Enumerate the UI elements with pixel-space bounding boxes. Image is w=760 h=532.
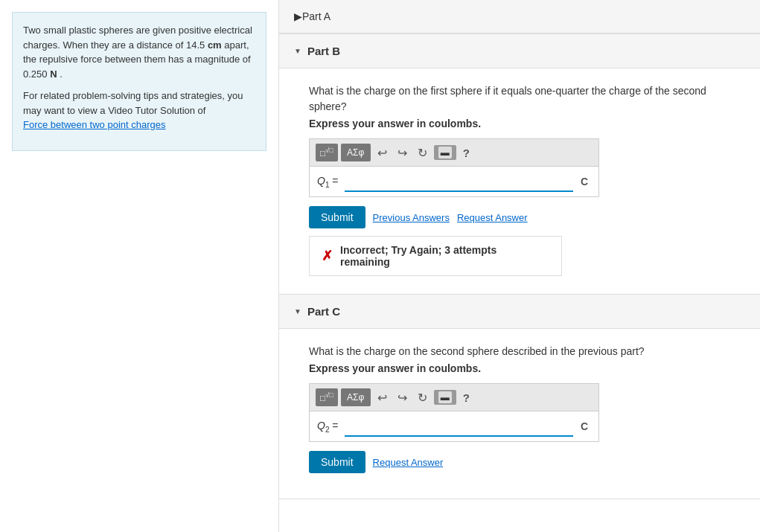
part-b-symbol-btn[interactable]: ΑΣφ [341, 144, 371, 161]
part-b-header[interactable]: ▼ Part B [279, 34, 760, 68]
part-c-collapse-arrow: ▼ [294, 307, 301, 315]
part-c-header[interactable]: ▼ Part C [279, 295, 760, 329]
problem-description: Two small plastic spheres are given posi… [23, 23, 255, 81]
part-b-title: Part B [307, 45, 340, 57]
part-b-reset-btn[interactable]: ↻ [414, 144, 431, 161]
part-c-redo-btn[interactable]: ↪ [394, 389, 411, 406]
part-b-error-message: Incorrect; Try Again; 3 attempts remaini… [340, 244, 549, 268]
part-c-math-container: □√□ ΑΣφ ↩ ↪ ↻ ▬ ? Q2 = C [309, 383, 599, 442]
part-c-box-icon-btn[interactable]: □√□ [316, 388, 338, 406]
problem-info-box: Two small plastic spheres are given posi… [12, 12, 266, 151]
part-b-collapse-arrow: ▼ [294, 47, 301, 55]
part-b-content: What is the charge on the first sphere i… [279, 68, 760, 294]
part-b-error-box: ✗ Incorrect; Try Again; 3 attempts remai… [309, 236, 562, 276]
part-b-input-label: Q1 = [317, 175, 339, 189]
part-c-keyboard-btn[interactable]: ▬ [434, 390, 456, 405]
part-a-title: Part A [302, 10, 330, 22]
tip-text: For related problem-solving tips and str… [23, 89, 255, 132]
part-a-collapse-arrow: ▶ [294, 10, 302, 22]
part-b-action-row: Submit Previous Answers Request Answer [309, 206, 730, 228]
part-b-instruction: Express your answer in coulombs. [309, 118, 730, 129]
part-c-question: What is the charge on the second sphere … [309, 344, 730, 359]
part-c-symbol-btn[interactable]: ΑΣφ [341, 388, 371, 406]
part-b-keyboard-btn[interactable]: ▬ [434, 145, 456, 160]
part-b-undo-btn[interactable]: ↩ [374, 144, 391, 161]
left-panel: Two small plastic spheres are given posi… [0, 0, 279, 532]
part-c-reset-btn[interactable]: ↻ [414, 389, 431, 406]
video-tutor-link[interactable]: Force between two point charges [23, 119, 166, 130]
part-b-question: What is the charge on the first sphere i… [309, 83, 730, 115]
part-c-submit-btn[interactable]: Submit [309, 451, 365, 473]
part-b-input-row: Q1 = C [310, 167, 598, 196]
part-c-input-row: Q2 = C [310, 411, 598, 441]
part-c-instruction: Express your answer in coulombs. [309, 362, 730, 374]
part-b-redo-btn[interactable]: ↪ [394, 144, 411, 161]
part-b-math-container: □√□ ΑΣφ ↩ ↪ ↻ ▬ ? Q1 = C [309, 138, 599, 197]
part-b-clear-btn[interactable]: C [578, 176, 591, 188]
part-b-error-icon: ✗ [322, 248, 333, 264]
part-b-toolbar: □√□ ΑΣφ ↩ ↪ ↻ ▬ ? [310, 139, 598, 167]
part-c-clear-btn[interactable]: C [578, 420, 591, 432]
part-b-input-field[interactable] [345, 171, 573, 192]
part-a-section: ▶ Part A [279, 0, 760, 34]
part-b-prev-answers-btn[interactable]: Previous Answers [373, 212, 450, 223]
part-b-help-btn[interactable]: ? [459, 145, 473, 161]
part-c-toolbar: □√□ ΑΣφ ↩ ↪ ↻ ▬ ? [310, 384, 598, 411]
part-c-input-field[interactable] [345, 416, 573, 437]
part-c-title: Part C [307, 305, 340, 318]
part-b-box-icon-btn[interactable]: □√□ [316, 144, 338, 161]
part-c-input-label: Q2 = [317, 420, 339, 434]
part-b-request-answer-btn[interactable]: Request Answer [457, 212, 528, 223]
part-c-section: ▼ Part C What is the charge on the secon… [279, 295, 760, 499]
right-panel: ▶ Part A ▼ Part B What is the charge on … [279, 0, 760, 532]
part-c-undo-btn[interactable]: ↩ [374, 389, 391, 406]
part-b-section: ▼ Part B What is the charge on the first… [279, 34, 760, 295]
part-a-header[interactable]: ▶ Part A [279, 0, 760, 33]
part-b-submit-btn[interactable]: Submit [309, 206, 365, 228]
part-c-request-answer-btn[interactable]: Request Answer [373, 457, 444, 468]
part-c-content: What is the charge on the second sphere … [279, 329, 760, 499]
part-c-action-row: Submit Request Answer [309, 451, 730, 473]
part-c-help-btn[interactable]: ? [459, 390, 473, 406]
